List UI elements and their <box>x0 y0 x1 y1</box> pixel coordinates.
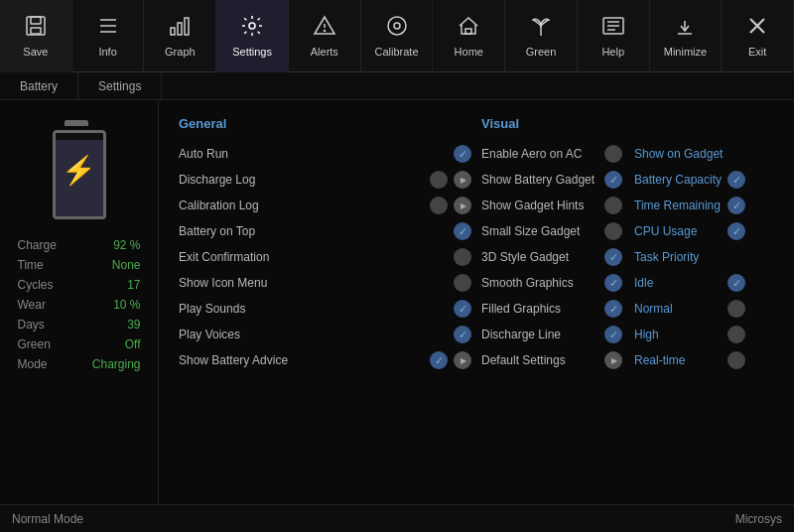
setting-row: Discharge LineHigh <box>481 322 774 347</box>
green-icon <box>529 14 553 42</box>
play-button[interactable] <box>604 351 622 369</box>
toggle-off[interactable] <box>430 197 448 214</box>
setting-row: Show Battery Advice <box>179 347 471 373</box>
setting-label: Default Settings <box>481 353 600 367</box>
setting-row: Show Gadget HintsTime Remaining <box>481 193 774 218</box>
svg-rect-14 <box>465 29 471 34</box>
toggle-on[interactable] <box>604 274 622 292</box>
toggle-off[interactable] <box>728 351 745 369</box>
toggle-on[interactable] <box>728 171 745 189</box>
stat-label: Mode <box>18 357 48 371</box>
toggle-on[interactable] <box>604 300 622 318</box>
setting-label: Show Gadget Hints <box>481 199 600 212</box>
toggle-off[interactable] <box>728 326 745 343</box>
statusbar: Normal Mode Microsys <box>0 504 794 532</box>
svg-rect-2 <box>31 28 41 34</box>
svg-point-13 <box>394 23 400 29</box>
breadcrumb-item-battery: Battery <box>0 72 78 99</box>
settings-panel: General Auto RunDischarge LogCalibration… <box>159 100 794 504</box>
setting-label: Show Icon Menu <box>179 276 448 290</box>
battery-body: ⚡ <box>53 130 106 219</box>
toolbar-btn-graph[interactable]: Graph <box>144 0 216 72</box>
status-left: Normal Mode <box>12 512 83 526</box>
toggle-on[interactable] <box>454 326 471 343</box>
toolbar-btn-help[interactable]: Help <box>578 0 650 72</box>
home-icon <box>457 14 480 42</box>
setting-row: 3D Style GadgetTask Priority <box>481 244 774 270</box>
toolbar: Save Info Graph Settings Alerts Calibrat… <box>0 0 794 72</box>
toggle-off[interactable] <box>604 197 622 214</box>
toolbar-btn-minimize[interactable]: Minimize <box>650 0 723 72</box>
svg-point-9 <box>249 23 255 29</box>
toggle-off[interactable] <box>728 300 745 318</box>
graph-icon <box>168 14 192 42</box>
svg-rect-7 <box>178 23 182 35</box>
stat-value: Charging <box>92 357 141 371</box>
setting-row: Discharge Log <box>179 167 471 193</box>
toggle-on[interactable] <box>728 274 745 292</box>
stat-row-cycles: Cycles 17 <box>10 275 149 295</box>
breadcrumb: BatterySettings <box>0 72 794 100</box>
extra-setting-label: Task Priority <box>634 250 724 264</box>
toolbar-label-calibrate: Calibrate <box>375 46 419 58</box>
toggle-on[interactable] <box>454 145 471 163</box>
toolbar-btn-info[interactable]: Info <box>72 0 145 72</box>
stats-container: Charge 92 % Time None Cycles 17 Wear 10 … <box>10 235 149 374</box>
help-icon <box>601 14 625 42</box>
stat-label: Cycles <box>18 278 54 292</box>
toolbar-btn-green[interactable]: Green <box>505 0 578 72</box>
general-column: General Auto RunDischarge LogCalibration… <box>179 116 471 373</box>
setting-label: Smooth Graphics <box>481 276 600 290</box>
setting-label: Filled Graphics <box>481 302 600 316</box>
setting-label: Show Battery Advice <box>179 353 424 367</box>
stat-value: Off <box>125 337 141 351</box>
stat-value: 17 <box>127 278 140 292</box>
extra-setting-label: High <box>634 328 724 341</box>
toolbar-label-home: Home <box>455 46 483 58</box>
toolbar-label-graph: Graph <box>165 46 196 58</box>
visual-column: Visual Enable Aero on ACShow on GadgetSh… <box>481 116 774 373</box>
toggle-off[interactable] <box>604 145 622 163</box>
toggle-off[interactable] <box>454 274 471 292</box>
toolbar-btn-alerts[interactable]: Alerts <box>289 0 361 72</box>
alerts-icon <box>313 14 336 42</box>
setting-row: Smooth GraphicsIdle <box>481 270 774 296</box>
minimize-icon <box>673 14 697 42</box>
toolbar-btn-exit[interactable]: Exit <box>722 0 794 72</box>
setting-row: Play Sounds <box>179 296 471 322</box>
settings-icon <box>240 14 264 42</box>
toolbar-btn-home[interactable]: Home <box>433 0 505 72</box>
toggle-on[interactable] <box>604 171 622 189</box>
toolbar-btn-calibrate[interactable]: Calibrate <box>361 0 434 72</box>
extra-setting-label: CPU Usage <box>634 224 724 238</box>
toggle-on[interactable] <box>430 351 448 369</box>
status-right: Microsys <box>735 512 782 526</box>
setting-row: Filled GraphicsNormal <box>481 296 774 322</box>
battery-tip <box>65 120 88 126</box>
extra-setting-label: Battery Capacity <box>634 173 724 187</box>
play-button[interactable] <box>454 351 471 369</box>
toggle-on[interactable] <box>728 222 745 240</box>
stat-row-time: Time None <box>10 255 149 275</box>
toggle-on[interactable] <box>454 222 471 240</box>
stat-value: 39 <box>127 318 140 332</box>
toggle-off[interactable] <box>430 171 448 189</box>
toggle-on[interactable] <box>728 197 745 214</box>
setting-label: Auto Run <box>179 147 448 161</box>
toggle-on[interactable] <box>604 326 622 343</box>
toggle-off[interactable] <box>454 248 471 266</box>
toolbar-label-minimize: Minimize <box>664 46 707 58</box>
play-button[interactable] <box>454 171 471 189</box>
stat-label: Green <box>18 337 51 351</box>
stat-row-mode: Mode Charging <box>10 354 149 374</box>
toggle-on[interactable] <box>604 248 622 266</box>
toolbar-label-green: Green <box>526 46 557 58</box>
toggle-off[interactable] <box>604 222 622 240</box>
toolbar-btn-settings[interactable]: Settings <box>216 0 289 72</box>
general-title: General <box>179 116 471 131</box>
visual-rows: Enable Aero on ACShow on GadgetShow Batt… <box>481 141 774 373</box>
toolbar-btn-save[interactable]: Save <box>0 0 72 72</box>
toggle-on[interactable] <box>454 300 471 318</box>
stat-value: None <box>112 258 141 272</box>
play-button[interactable] <box>454 197 471 214</box>
